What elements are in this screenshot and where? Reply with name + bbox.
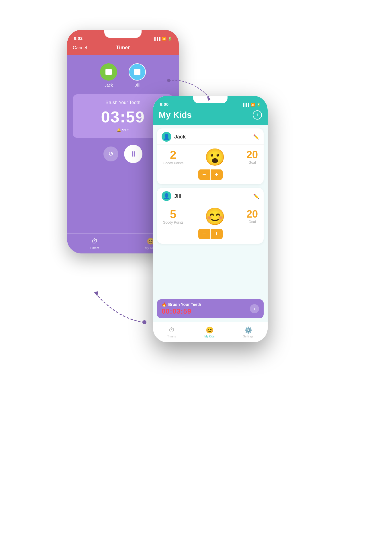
timer-banner-arrow[interactable]: › [250,304,259,313]
timer-kid-jill[interactable]: Jill [129,63,146,87]
jack-edit-button[interactable]: ✏️ [253,134,259,140]
signal-icon-front: ▐▐▐ [242,103,249,107]
kid-card-jack: 👤 Jack ✏️ 2 Goody Points 😮 [157,128,264,184]
jack-card-body: 2 Goody Points 😮 20 Goal − [157,145,264,184]
jill-card-body: 5 Goody Points 😊 20 Goal − [157,204,264,244]
jack-emoji: 😮 [205,149,225,165]
timer-kid-jack[interactable]: Jack [100,63,117,87]
jill-name: Jill [135,83,140,87]
timer-banner[interactable]: 🔥 Brush Your Teeth 00:03:59 › [157,299,264,318]
battery-icon-front: 🔋 [256,103,261,107]
battery-icon: 🔋 [168,37,172,41]
jill-goal-number: 20 [246,209,258,219]
add-icon: + [256,112,259,118]
timers-label: Timers [90,246,99,250]
front-settings-label: Settings [243,335,253,338]
jill-avatar: 👤 [162,191,171,201]
timer-alarm: 🔔 9:05 [84,128,162,132]
front-timers-label: Timers [167,335,176,338]
signal-icon: ▐▐▐ [153,37,160,41]
jill-plus-button[interactable]: + [211,229,223,239]
jill-goody-number: 5 [163,208,183,220]
jack-circle [100,63,117,81]
jack-goal-block: 20 Goal [246,150,258,165]
status-time-back: 9:02 [74,36,83,41]
notch-back [104,30,142,38]
timer-banner-name: 🔥 Brush Your Teeth [162,302,201,307]
pause-button[interactable]: ⏸ [124,145,142,163]
timer-controls: ↺ ⏸ [103,145,142,163]
jill-goal-block: 20 Goal [246,209,258,224]
jack-goal-label: Goal [246,161,258,165]
status-icons-back: ▐▐▐ 📶 🔋 [153,37,172,41]
front-mykids-icon: 😊 [206,327,213,334]
jack-avatar-icon: 👤 [163,134,170,140]
timer-title: Timer [116,45,130,51]
arrow-left [90,282,147,328]
jill-edit-button[interactable]: ✏️ [253,194,259,199]
jack-name: Jack [105,83,113,87]
mykids-title: My Kids [159,110,192,120]
jack-controls: − + [163,169,258,180]
jill-controls: − + [163,229,258,239]
svg-marker-2 [94,291,98,296]
front-settings-icon: ⚙️ [244,327,252,334]
arrow-right [162,76,219,104]
add-kid-button[interactable]: + [253,110,262,120]
timer-header: Cancel Timer [67,42,179,55]
front-phone: 9:00 ▐▐▐ 📶 🔋 My Kids + [153,96,268,342]
jack-name-row: 👤 Jack [162,132,186,142]
jill-circle [129,63,146,81]
timer-kids: Jack Jill [100,63,146,87]
jill-stats: 5 Goody Points 😊 20 Goal [163,208,258,225]
jack-avatar: 👤 [162,132,171,142]
jack-goody-block: 2 Goody Points [163,149,183,165]
jill-avatar-icon: 👤 [163,193,170,199]
front-nav-mykids[interactable]: 😊 My Kids [204,327,215,338]
mykids-header: My Kids + [153,108,268,125]
jack-card-header: 👤 Jack ✏️ [157,128,264,145]
jill-goal-label: Goal [246,220,258,224]
svg-point-3 [142,320,146,324]
status-icons-front: ▐▐▐ 📶 🔋 [242,103,261,107]
jill-minus-button[interactable]: − [198,229,210,239]
kid-card-jill: 👤 Jill ✏️ 5 Goody Points 😊 [157,188,264,244]
svg-point-1 [167,79,170,82]
cancel-button[interactable]: Cancel [73,45,87,50]
jack-goody-label: Goody Points [163,161,183,165]
timer-task: Brush Your Teeth [84,100,162,105]
timer-banner-icon: 🔥 [162,302,166,307]
jack-plus-button[interactable]: + [211,169,223,180]
timer-banner-time: 00:03:59 [162,307,201,315]
kids-scroll: 👤 Jack ✏️ 2 Goody Points 😮 [153,125,268,299]
jack-card-name: Jack [174,134,186,140]
jack-goody-number: 2 [163,149,183,161]
timer-countdown: 03:59 [84,108,162,126]
jill-name-row: 👤 Jill [162,191,181,201]
jill-stop-icon [134,69,140,75]
jill-card-header: 👤 Jill ✏️ [157,188,264,204]
scene: 9:02 ▐▐▐ 📶 🔋 Cancel Timer [67,30,325,517]
front-mykids-label: My Kids [204,335,215,338]
front-nav-timers[interactable]: ⏱ Timers [167,327,176,338]
jill-goody-block: 5 Goody Points [163,208,183,224]
wifi-icon: 📶 [162,37,166,41]
wifi-icon-front: 📶 [251,103,255,107]
jack-stats: 2 Goody Points 😮 20 Goal [163,149,258,165]
jill-emoji: 😊 [205,208,225,225]
jill-card-name: Jill [174,193,181,199]
back-nav-timers[interactable]: ⏱ Timers [90,238,99,250]
front-bottom-nav: ⏱ Timers 😊 My Kids ⚙️ Settings [153,322,268,342]
jill-goody-label: Goody Points [163,220,183,224]
jack-stop-icon [105,69,112,75]
timer-banner-left: 🔥 Brush Your Teeth 00:03:59 [162,302,201,315]
jack-goal-number: 20 [246,150,258,160]
front-timers-icon: ⏱ [168,327,175,334]
restart-button[interactable]: ↺ [103,146,118,161]
timers-icon: ⏱ [91,238,98,245]
front-nav-settings[interactable]: ⚙️ Settings [243,327,253,338]
jack-minus-button[interactable]: − [198,169,210,180]
